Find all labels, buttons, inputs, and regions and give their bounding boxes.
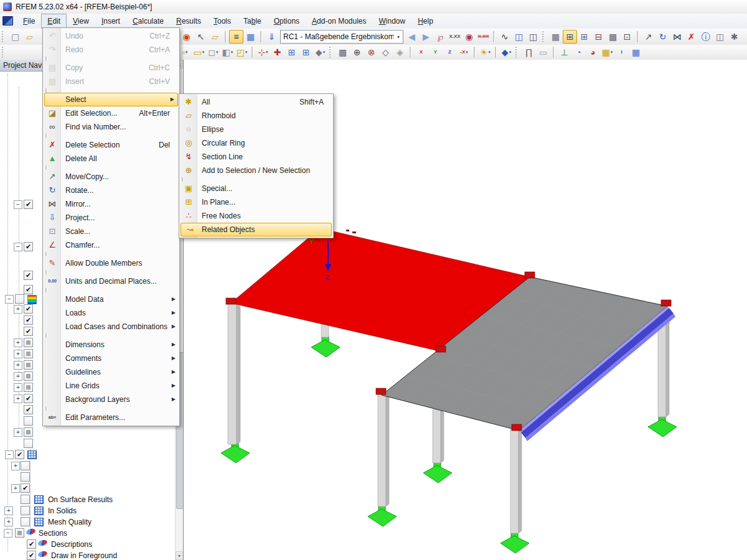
- fe-mesh-generate-icon[interactable]: ⊞: [577, 30, 591, 44]
- new-opening-icon[interactable]: ◰ ▾: [235, 45, 249, 59]
- new-surface-icon[interactable]: ◧ ▾: [220, 45, 235, 59]
- menu-item[interactable]: ∠ Chamfer... ▶: [43, 238, 179, 252]
- fe-mesh-icon[interactable]: ▦: [548, 30, 563, 44]
- menu-item[interactable]: Guidelines ▶: [43, 365, 179, 379]
- menu-item[interactable]: ↷ Redo Ctrl+A ▶: [43, 43, 179, 57]
- checkbox[interactable]: ✔: [21, 461, 30, 470]
- menu-item[interactable]: ○ Ellipse ▶: [179, 123, 333, 136]
- menu-item[interactable]: Comments ▶: [43, 352, 179, 365]
- tree-item[interactable]: + ✔ In Solids: [0, 505, 173, 516]
- view-z-icon[interactable]: Z: [443, 45, 457, 59]
- scrollbar-down-button[interactable]: ▼: [176, 551, 183, 560]
- rotate-icon[interactable]: ↻: [655, 30, 670, 44]
- menubar-item-edit[interactable]: Edit: [41, 14, 67, 29]
- menu-item[interactable]: ⊕ Add to Selection / New Selection ▶: [179, 164, 333, 177]
- fe-mesh-delete-icon[interactable]: ⊟: [591, 30, 606, 44]
- checkbox[interactable]: ✔: [15, 294, 24, 304]
- new-file-icon[interactable]: ▢: [8, 30, 22, 44]
- menubar-item-help[interactable]: Help: [411, 14, 439, 29]
- menu-item[interactable]: ↻ Rotate... ▶: [43, 184, 179, 197]
- menu-item[interactable]: ▣ Special... ▶: [179, 182, 333, 195]
- checkbox[interactable]: ✔: [27, 539, 36, 549]
- menu-item[interactable]: ⊞ In Plane... ▶: [179, 195, 333, 209]
- checkbox[interactable]: ✔: [24, 371, 33, 381]
- checkbox[interactable]: ✔: [24, 200, 33, 209]
- menu-item[interactable]: ✱ All Shift+A ▶: [179, 95, 333, 109]
- insert-node-icon[interactable]: ✚: [270, 45, 284, 59]
- expand-toggle[interactable]: +: [14, 305, 22, 314]
- surface-results-icon[interactable]: ◔: [571, 45, 586, 59]
- checkbox[interactable]: ✔: [24, 327, 33, 336]
- menu-item[interactable]: Loads ▶: [43, 306, 179, 320]
- load-case-combobox[interactable]: RC1 - Maßgebende Ergebniskombinat ▾: [280, 30, 403, 44]
- navigator-toggle-button[interactable]: ≡: [229, 30, 243, 44]
- expand-toggle[interactable]: −: [4, 529, 12, 538]
- menubar-item-calculate[interactable]: Calculate: [126, 14, 170, 29]
- checkbox[interactable]: ✔: [24, 405, 33, 414]
- menu-item[interactable]: Line Grids ▶: [43, 379, 179, 393]
- zoom-in-icon[interactable]: ⊕: [350, 45, 364, 59]
- panel-toggle-icon[interactable]: ▦ ▾: [600, 45, 614, 59]
- move-icon[interactable]: ↗: [641, 30, 655, 44]
- expand-toggle[interactable]: −: [5, 450, 14, 459]
- tree-item[interactable]: ✔ On Surface Results: [0, 494, 173, 505]
- checkbox[interactable]: ✔: [24, 285, 33, 294]
- expand-toggle[interactable]: +: [4, 506, 13, 515]
- checkbox[interactable]: ✔: [15, 450, 24, 459]
- target-snap-icon[interactable]: ◉: [179, 30, 194, 44]
- expand-toggle[interactable]: +: [14, 350, 22, 358]
- menu-item[interactable]: ▤ Copy Ctrl+C ▶: [43, 61, 179, 75]
- menubar-item-view[interactable]: View: [67, 14, 95, 29]
- supports-display-icon[interactable]: ⊥: [557, 45, 571, 59]
- expand-toggle[interactable]: −: [14, 243, 22, 251]
- view-x-icon[interactable]: X: [414, 45, 428, 59]
- checkbox[interactable]: ✔: [24, 383, 33, 392]
- menu-item[interactable]: ⊡ Scale... ▶: [43, 225, 179, 238]
- menu-item[interactable]: ◎ Circular Ring ▶: [179, 136, 333, 150]
- checkbox[interactable]: ✔: [24, 427, 33, 437]
- connect-lines-icon[interactable]: ⊹ ▾: [256, 45, 270, 59]
- checkbox[interactable]: ✔: [24, 439, 33, 448]
- result-points-icon[interactable]: ◉: [462, 30, 476, 44]
- view-isometric-icon[interactable]: ◇: [378, 45, 393, 59]
- menu-item[interactable]: Dimensions ▶: [43, 338, 179, 352]
- expand-toggle[interactable]: −: [14, 200, 22, 209]
- menu-item[interactable]: ↶ Undo Ctrl+Z ▶: [43, 29, 179, 43]
- checkbox[interactable]: ✔: [24, 304, 33, 314]
- checkbox[interactable]: ✔: [21, 506, 30, 515]
- menubar-item-results[interactable]: Results: [170, 14, 207, 29]
- menu-item[interactable]: ◪ Edit Selection... Alt+Enter ▶: [43, 106, 179, 120]
- prev-load-case-button[interactable]: ◀: [405, 30, 419, 44]
- result-grid-icon[interactable]: ▦: [629, 45, 643, 59]
- menu-item[interactable]: ✎ Allow Double Members ▶: [43, 256, 179, 270]
- menu-item[interactable]: ↗ Move/Copy... ▶: [43, 170, 179, 184]
- view-y-icon[interactable]: Y: [428, 45, 443, 59]
- expand-toggle[interactable]: +: [14, 428, 22, 437]
- checkbox[interactable]: ✔: [24, 349, 33, 358]
- select-net-icon[interactable]: ▩: [336, 45, 350, 59]
- menubar-item-table[interactable]: Table: [237, 14, 268, 29]
- visibility-lamp-icon[interactable]: ☀ ▾: [478, 45, 492, 59]
- options-gear-icon[interactable]: ✱: [727, 30, 741, 44]
- delete-icon[interactable]: ✗: [684, 30, 698, 44]
- menu-item[interactable]: ↝ Related Objects ▶: [181, 223, 332, 236]
- menu-item[interactable]: Select ▶: [44, 93, 178, 106]
- expand-toggle[interactable]: +: [14, 372, 22, 381]
- expand-toggle[interactable]: +: [14, 394, 22, 403]
- menubar-item-window[interactable]: Window: [373, 14, 412, 29]
- open-folder-icon[interactable]: ▱: [22, 30, 37, 44]
- pointer-select-icon[interactable]: ↖: [194, 30, 208, 44]
- expand-toggle[interactable]: +: [14, 338, 22, 347]
- view-multi-icon[interactable]: ◈: [393, 45, 407, 59]
- expand-toggle[interactable]: +: [11, 462, 20, 470]
- tables-toggle-button[interactable]: ▦: [243, 30, 258, 44]
- calculation-params-icon[interactable]: ⊡: [620, 30, 634, 44]
- mesh-quality-icon[interactable]: ▩: [606, 30, 620, 44]
- result-values-off-icon[interactable]: X.XX: [476, 30, 491, 44]
- menu-item[interactable]: ✗ Delete Selection Del ▶: [43, 138, 179, 152]
- menu-item[interactable]: ∞ Find via Number... ▶: [43, 120, 179, 134]
- printout-report-icon[interactable]: ◫: [526, 30, 540, 44]
- checkbox[interactable]: ✔: [24, 338, 33, 347]
- new-line-icon[interactable]: ▭ ▾: [192, 45, 206, 59]
- menu-item[interactable]: Load Cases and Combinations ▶: [43, 320, 179, 334]
